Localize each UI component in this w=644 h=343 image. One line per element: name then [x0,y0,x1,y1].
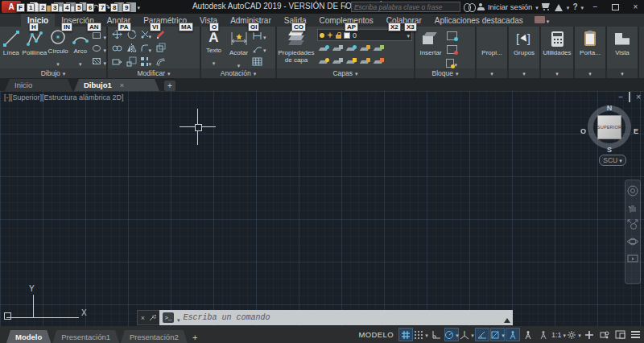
layer-make-current-button[interactable] [374,58,384,66]
showmotion-icon[interactable] [627,253,638,264]
close-button[interactable]: × [627,1,644,13]
snap-mode-button[interactable] [414,328,428,341]
isolate-objects-button[interactable] [597,328,612,341]
object-snap-tracking-button[interactable] [475,328,489,341]
panel-dibujo-footer[interactable]: Dibujo [0,68,106,78]
panel-vista[interactable]: Vista [607,27,638,78]
leader-button[interactable] [251,43,262,54]
new-layout-button[interactable]: + [189,331,201,343]
create-block-button[interactable] [446,30,457,41]
command-customize-wrench-icon[interactable] [148,314,156,322]
line-button[interactable]: Línea [0,27,23,68]
explode-button[interactable] [155,43,166,54]
layout-tab-modelo[interactable]: Modelo [6,330,51,343]
layer-off-button[interactable] [332,58,343,66]
panel-capas-footer[interactable]: Capas [277,68,414,78]
file-tab-dibujo1[interactable]: Dibujo1× [74,79,159,91]
autodesk-360-icon[interactable] [555,3,564,10]
layer-unisolate-button[interactable] [332,45,343,53]
search-binoculars-icon[interactable] [464,3,474,10]
command-prompt-icon[interactable]: >_ [163,312,174,323]
minimize-button[interactable]: − [587,1,604,13]
model-space-button[interactable]: MODELO [354,328,398,341]
ribbon-extra-tab[interactable] [535,12,550,27]
table-button[interactable] [251,56,262,67]
rectangle-button[interactable] [91,30,102,41]
viewcube-east[interactable]: E [634,127,638,135]
tab-aplicaciones-destacadas[interactable]: Aplicaciones destacadas [428,14,530,27]
object-snap-button[interactable] [490,328,505,341]
signin-button[interactable]: Iniciar sesión [488,2,532,11]
viewcube-south[interactable]: S [607,146,612,154]
annotation-scale-icon-button[interactable] [536,328,551,341]
viewcube-west[interactable]: O [580,127,586,135]
panel-grupos[interactable]: Grupos [509,27,539,78]
command-input[interactable]: >_ Escriba un comando [159,310,513,325]
hatch-caret-icon[interactable] [103,54,106,68]
doc-close-button[interactable]: × [636,93,641,101]
viewcube-ucs-menu[interactable]: SCU [599,155,626,166]
offset-button[interactable] [155,56,166,68]
file-tab-inicio[interactable]: Inicio [5,79,72,91]
scale-button[interactable] [126,56,137,68]
linear-dimension-button[interactable] [251,30,262,41]
drawing-canvas[interactable]: [-][Superior][Estructura alámbrica 2D] −… [0,91,644,326]
osnap-caret-icon[interactable] [501,331,505,339]
ortho-mode-button[interactable] [429,328,444,341]
command-close-icon[interactable]: × [141,314,145,322]
new-drawing-tab-button[interactable]: + [164,81,175,91]
maximize-button[interactable] [607,1,624,13]
annotation-autoscale-button[interactable] [521,328,535,341]
layer-match-button[interactable] [374,45,384,53]
file-tab-close-icon[interactable]: × [120,81,124,89]
plus-tools-button[interactable] [582,328,597,341]
text-split-caret-icon[interactable] [213,54,216,68]
dimension-button[interactable]: Acotar [226,27,251,68]
customization-gear-button[interactable] [567,328,581,341]
help-caret-icon[interactable] [580,2,584,11]
fillet-caret-icon[interactable] [148,41,151,56]
navigation-wheel-icon[interactable] [627,185,638,196]
fillet-button[interactable] [140,43,151,54]
mirror-button[interactable] [126,43,137,54]
snap-caret-icon[interactable] [424,331,428,339]
polar-caret-icon[interactable] [455,331,459,339]
layer-lock-button[interactable] [360,45,370,53]
layout-tab-presentacion2[interactable]: Presentación2 [121,330,188,343]
command-expand-icon[interactable] [504,315,510,323]
viewcube-north[interactable]: N [607,104,613,112]
command-history-caret-icon[interactable] [177,311,180,325]
help-icon[interactable]: ? [572,2,577,11]
layer-isolate-button[interactable] [319,45,329,53]
insert-block-button[interactable]: Insertar [415,27,446,68]
array-caret-icon[interactable] [148,55,151,69]
text-button[interactable]: Texto [201,27,226,68]
circle-split-caret-icon[interactable] [56,55,60,69]
infocenter-collapse-icon[interactable]: ▸ [345,3,348,10]
circle-button[interactable]: Círculo [47,27,69,68]
layer-thaw-button[interactable] [346,58,357,66]
layout-tab-presentacion1[interactable]: Presentación1 [52,330,119,343]
block-editor-button[interactable] [446,57,457,68]
iso-caret-icon[interactable] [470,331,474,339]
arc-split-caret-icon[interactable] [79,55,82,69]
polar-tracking-button[interactable] [444,328,459,341]
viewport-controls[interactable]: [-][Superior][Estructura alámbrica 2D] [4,93,124,101]
status-bar-menu-button[interactable] [628,328,642,341]
panel-propiedades-footer[interactable] [477,68,507,78]
clean-screen-button[interactable] [613,328,627,341]
array-button[interactable] [140,56,151,68]
viewcube-top-face[interactable]: SUPERIOR [597,115,621,139]
ellipse-button[interactable] [91,43,102,54]
orbit-icon[interactable] [627,236,638,247]
grid-display-button[interactable] [398,328,413,341]
panel-utilidades[interactable]: Utilidades [541,27,573,78]
stretch-button[interactable] [111,56,122,68]
qat-overflow-caret-icon[interactable] [138,2,141,11]
panel-modificar-footer[interactable]: Modificar [108,68,200,78]
isometric-drafting-button[interactable] [460,328,474,341]
a360-caret-icon[interactable] [567,2,570,11]
annotation-visibility-button[interactable] [506,328,520,341]
pan-icon[interactable] [627,202,638,213]
scale-caret-icon[interactable] [562,331,566,339]
